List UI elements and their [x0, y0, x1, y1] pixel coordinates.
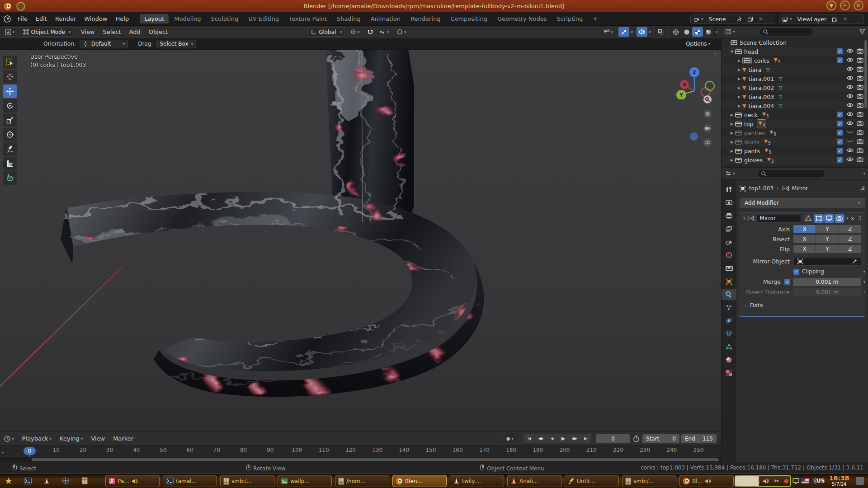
preview-range-icon[interactable]: [633, 435, 640, 442]
outliner-row-gloves[interactable]: ▶gloves▼2✓: [722, 155, 868, 164]
tray-display[interactable]: [792, 477, 800, 485]
editor-type-select[interactable]: ▾: [3, 27, 17, 37]
tab--[interactable]: +: [588, 14, 602, 23]
measure-tool-button[interactable]: [3, 157, 17, 170]
merge-value-field[interactable]: 0.001 m: [793, 278, 861, 286]
camera-visibility-icon[interactable]: [857, 121, 863, 126]
eye-icon[interactable]: [846, 103, 854, 108]
properties-tab-tool[interactable]: [722, 184, 736, 195]
timeline-editor-type[interactable]: ▾: [3, 434, 15, 443]
task-button-8[interactable]: Untit...: [565, 475, 619, 487]
expand-arrow[interactable]: ▼: [729, 50, 735, 54]
proportional-edit-toggle[interactable]: ▾: [394, 27, 409, 37]
new-viewlayer-button[interactable]: [829, 14, 840, 23]
play-reverse-button[interactable]: ◀: [546, 434, 557, 443]
launcher-cabinet[interactable]: [79, 475, 90, 487]
properties-tab-collection[interactable]: [722, 263, 736, 274]
eyedropper-icon[interactable]: [852, 258, 858, 264]
bisect-y-button[interactable]: Y: [816, 235, 838, 243]
camera-visibility-icon[interactable]: [857, 130, 863, 135]
window-minimize-button[interactable]: ─: [840, 0, 850, 10]
show-gizmo-toggle[interactable]: [618, 27, 629, 37]
eye-icon[interactable]: [846, 66, 854, 71]
properties-editor-type[interactable]: ▾: [724, 169, 736, 178]
menu-window[interactable]: Window: [80, 15, 111, 22]
viewlayer-browse[interactable]: ▾: [779, 14, 795, 23]
outliner-row-root[interactable]: Scene Collection: [722, 38, 868, 47]
task-button-1[interactable]: (amal...: [163, 475, 217, 487]
merge-checkbox[interactable]: ✓: [784, 279, 790, 285]
select-box-tool-button[interactable]: [3, 56, 17, 69]
launcher-wheel[interactable]: [60, 475, 71, 487]
tab-layout[interactable]: Layout: [140, 14, 169, 23]
task-button-5[interactable]: Blen...: [392, 475, 447, 487]
outliner-row-tiara-003[interactable]: ▶▼tiara.003▽: [722, 92, 868, 101]
task-button-10[interactable]: Bl...: [679, 475, 734, 487]
outliner-row-pants[interactable]: ▶pants▼5✓: [722, 146, 868, 155]
camera-visibility-icon[interactable]: [857, 57, 863, 63]
menu-edit[interactable]: Edit: [32, 15, 51, 22]
properties-tab-texture[interactable]: [722, 367, 736, 379]
breadcrumb-object[interactable]: top1.003: [749, 185, 774, 192]
mirror-object-field[interactable]: [793, 257, 861, 266]
prev-keyframe-button[interactable]: ◀◆: [535, 434, 546, 443]
gizmo-dropdown[interactable]: ▾: [631, 30, 633, 34]
tab-modeling[interactable]: Modeling: [170, 14, 205, 23]
exclude-checkbox[interactable]: ✓: [837, 112, 843, 117]
outliner-scrollbar[interactable]: [864, 40, 867, 108]
modifier-extras-dropdown[interactable]: ▾: [846, 216, 849, 221]
tab-uv-editing[interactable]: UV Editing: [244, 14, 283, 23]
camera-visibility-icon[interactable]: [857, 139, 863, 144]
viewport-menu-view[interactable]: View: [77, 28, 99, 35]
eye-icon[interactable]: [846, 94, 854, 99]
expand-arrow[interactable]: ▶: [729, 122, 735, 126]
outliner-row-skirts[interactable]: ▶skirts▼5✓: [722, 137, 868, 146]
viewport-scene-render[interactable]: [0, 50, 721, 432]
new-scene-button[interactable]: [745, 14, 756, 23]
outliner-row-corks[interactable]: ▶corks▼5✓: [722, 56, 868, 65]
eye-icon[interactable]: [846, 148, 854, 153]
pan-nav-button[interactable]: [702, 108, 713, 120]
properties-tab-data[interactable]: [722, 341, 736, 352]
viewport-3d[interactable]: ▾ Object Mode▾ ViewSelectAddObject Globa…: [0, 26, 721, 432]
axis-z-button[interactable]: Z: [839, 225, 861, 233]
viewlayer-name[interactable]: ViewLayer: [795, 14, 830, 23]
add-cube-tool-button[interactable]: [3, 171, 17, 185]
axis-x-button[interactable]: X: [793, 225, 816, 233]
outliner-row-tiara[interactable]: ▶▼tiara▽: [722, 65, 868, 74]
expand-arrow[interactable]: ▶: [729, 140, 735, 144]
shading-solid-button[interactable]: [681, 27, 692, 37]
properties-tab-constraints[interactable]: [722, 328, 736, 339]
expand-arrow[interactable]: ▶: [736, 68, 742, 72]
outliner-row-tiara-001[interactable]: ▶▼tiara.001▽: [722, 74, 868, 83]
properties-tab-object[interactable]: [722, 276, 736, 287]
breadcrumb-modifier[interactable]: Mirror: [792, 185, 808, 192]
timeline-scrollbar[interactable]: [32, 458, 719, 461]
on-cage-toggle[interactable]: [803, 214, 813, 223]
tab-sculpting[interactable]: Sculpting: [206, 14, 243, 23]
camera-visibility-icon[interactable]: [857, 94, 863, 99]
camera-visibility-icon[interactable]: [857, 66, 863, 72]
menu-file[interactable]: File: [14, 15, 32, 22]
pivot-point-dropdown[interactable]: ▾: [348, 27, 363, 37]
timeline-menu-playback[interactable]: Playback▾: [18, 435, 56, 442]
start-frame-field[interactable]: Start0: [642, 434, 679, 443]
eye-closed-icon[interactable]: [846, 139, 854, 144]
remove-viewlayer-button[interactable]: ×: [840, 14, 850, 23]
tab-scripting[interactable]: Scripting: [552, 14, 588, 23]
task-button-4[interactable]: /hom...: [335, 475, 389, 487]
tray-record[interactable]: ●: [782, 477, 790, 485]
shading-wireframe-button[interactable]: [670, 27, 681, 37]
zoom-nav-button[interactable]: [702, 94, 713, 105]
exclude-checkbox[interactable]: ✓: [837, 139, 843, 145]
eye-icon[interactable]: [846, 112, 854, 117]
end-frame-field[interactable]: End115: [681, 434, 717, 443]
properties-search-input[interactable]: [757, 169, 825, 178]
expand-arrow[interactable]: ▶: [729, 131, 735, 135]
exclude-checkbox[interactable]: ✓: [837, 121, 843, 127]
exclude-checkbox[interactable]: ✓: [837, 130, 843, 136]
properties-tab-world[interactable]: [722, 249, 736, 261]
exclude-checkbox[interactable]: ✓: [837, 157, 843, 163]
timeline-menu-view[interactable]: View: [87, 435, 109, 442]
snapping-toggle[interactable]: [365, 27, 376, 37]
